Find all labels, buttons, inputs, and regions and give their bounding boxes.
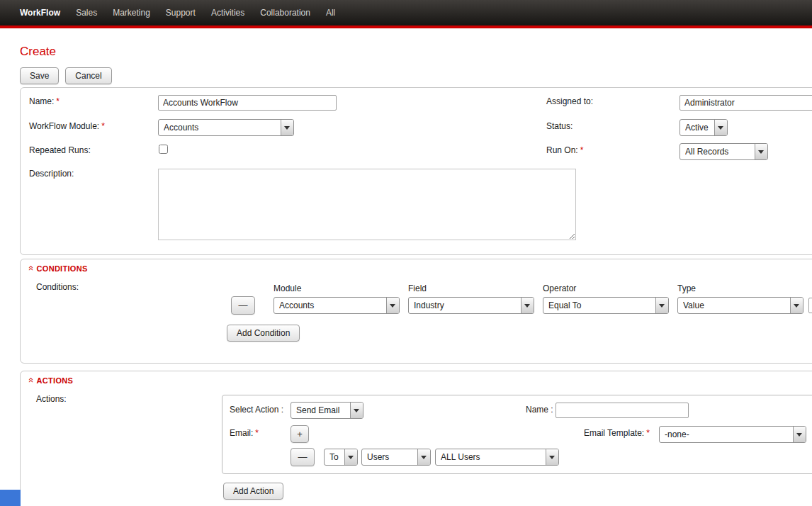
description-textarea[interactable] — [158, 169, 576, 240]
workflow-module-value: Accounts — [164, 123, 279, 133]
run-on-label: Run On:* — [546, 145, 583, 155]
workflow-name-input[interactable] — [158, 95, 337, 111]
dropdown-arrow-icon — [344, 449, 357, 465]
nav-item-activities[interactable]: Activities — [203, 8, 252, 18]
dropdown-arrow-icon — [386, 298, 399, 313]
accent-bar — [0, 26, 812, 28]
add-condition-button[interactable]: Add Condition — [227, 325, 300, 342]
actions-panel: «ACTIONS Actions: Select Action : Send E… — [20, 371, 812, 506]
condition-field-value: Industry — [414, 300, 519, 310]
add-recipient-button[interactable]: + — [291, 425, 309, 443]
column-header-operator: Operator — [543, 283, 576, 293]
column-header-module: Module — [274, 283, 301, 293]
assigned-to-label: Assigned to: — [546, 96, 593, 106]
select-action-select[interactable]: Send Email — [291, 402, 363, 419]
repeated-runs-label: Repeated Runs: — [29, 145, 91, 155]
recipient-group-value: Users — [367, 452, 416, 462]
action-name-label: Name : — [526, 405, 553, 415]
dropdown-arrow-icon — [546, 449, 558, 465]
recipient-value-value: ALL Users — [441, 452, 544, 462]
condition-type-value: Value — [683, 300, 789, 310]
remove-recipient-button[interactable]: — — [291, 448, 315, 466]
recipient-to-value: To — [329, 452, 343, 462]
condition-module-value: Accounts — [279, 300, 385, 310]
condition-module-select[interactable]: Accounts — [274, 297, 400, 314]
dropdown-arrow-icon — [655, 298, 668, 313]
chevron-double-up-icon: « — [26, 266, 37, 271]
condition-value-input[interactable] — [808, 298, 812, 313]
actions-label: Actions: — [36, 394, 67, 404]
nav-item-support[interactable]: Support — [158, 8, 203, 18]
recipient-group-select[interactable]: Users — [361, 449, 431, 466]
minus-icon: — — [239, 300, 248, 310]
required-marker: * — [578, 145, 584, 155]
description-label: Description: — [29, 169, 74, 179]
dropdown-arrow-icon — [755, 144, 767, 159]
nav-item-collaboration[interactable]: Collaboration — [252, 8, 318, 18]
name-label: Name:* — [29, 96, 60, 106]
add-action-button[interactable]: Add Action — [223, 483, 283, 500]
conditions-header[interactable]: «CONDITIONS — [29, 263, 88, 274]
status-value: Active — [685, 123, 713, 133]
required-marker: * — [54, 96, 60, 106]
bottom-left-widget[interactable] — [0, 490, 21, 506]
toolbar: Save Cancel — [20, 67, 112, 84]
conditions-label: Conditions: — [36, 282, 79, 292]
plus-icon: + — [297, 429, 303, 439]
run-on-value: All Records — [685, 147, 753, 157]
status-select[interactable]: Active — [680, 119, 728, 136]
remove-condition-button[interactable]: — — [231, 296, 255, 315]
dropdown-arrow-icon — [350, 403, 363, 418]
email-label: Email:* — [230, 428, 259, 438]
dropdown-arrow-icon — [417, 449, 430, 465]
condition-operator-select[interactable]: Equal To — [543, 297, 669, 314]
select-action-label: Select Action : — [230, 405, 283, 415]
required-marker: * — [99, 121, 105, 131]
recipient-to-select[interactable]: To — [324, 449, 358, 466]
nav-item-marketing[interactable]: Marketing — [105, 8, 158, 18]
status-label: Status: — [546, 121, 573, 131]
required-marker: * — [644, 428, 650, 438]
dropdown-arrow-icon — [714, 120, 727, 135]
top-nav: WorkFlow Sales Marketing Support Activit… — [0, 0, 812, 26]
email-template-select[interactable]: -none- — [659, 426, 806, 443]
actions-header[interactable]: «ACTIONS — [29, 375, 73, 386]
email-template-value: -none- — [665, 429, 791, 439]
recipient-value-select[interactable]: ALL Users — [435, 449, 559, 466]
run-on-select[interactable]: All Records — [680, 143, 768, 160]
cancel-button[interactable]: Cancel — [65, 67, 111, 84]
conditions-panel: «CONDITIONS Conditions: — Module Field O… — [20, 259, 812, 364]
workflow-detail-panel: Name:* Assigned to: WorkFlow Module:* Ac… — [20, 87, 812, 255]
dropdown-arrow-icon — [281, 120, 293, 135]
required-marker: * — [253, 428, 259, 438]
dropdown-arrow-icon — [790, 298, 803, 313]
column-header-field: Field — [408, 283, 427, 293]
nav-item-all[interactable]: All — [318, 8, 343, 18]
condition-field-select[interactable]: Industry — [408, 297, 534, 314]
workflow-module-select[interactable]: Accounts — [158, 119, 294, 136]
action-name-input[interactable] — [556, 403, 689, 418]
select-action-value: Send Email — [296, 405, 349, 415]
repeated-runs-checkbox[interactable] — [159, 145, 168, 154]
minus-icon: — — [298, 451, 308, 462]
nav-item-workflow[interactable]: WorkFlow — [20, 8, 68, 18]
dropdown-arrow-icon — [521, 298, 534, 313]
email-template-label: Email Template:* — [584, 428, 650, 438]
workflow-module-label: WorkFlow Module:* — [29, 121, 105, 131]
page-title: Create — [20, 45, 56, 59]
dropdown-arrow-icon — [793, 427, 806, 442]
column-header-type: Type — [677, 283, 696, 293]
nav-item-sales[interactable]: Sales — [68, 8, 105, 18]
chevron-double-up-icon: « — [26, 378, 37, 383]
condition-operator-value: Equal To — [548, 300, 654, 310]
action-detail-box: Select Action : Send Email Name : Email:… — [222, 395, 812, 474]
assigned-to-input[interactable] — [680, 95, 812, 111]
save-button[interactable]: Save — [20, 67, 59, 84]
condition-type-select[interactable]: Value — [677, 297, 803, 314]
